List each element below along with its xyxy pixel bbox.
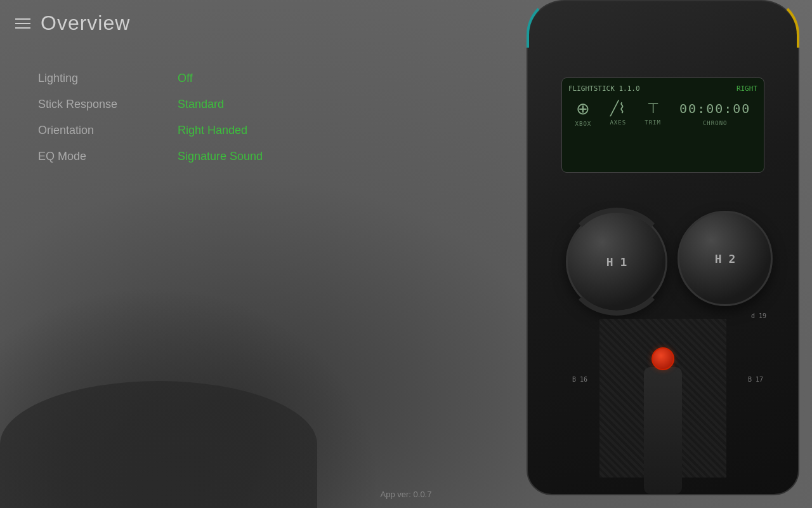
orientation-row: Orientation Right Handed [38, 124, 774, 137]
eq-mode-value: Signature Sound [178, 150, 263, 163]
info-section: Lighting Off Stick Response Standard Ori… [0, 46, 812, 189]
orientation-value: Right Handed [178, 124, 247, 137]
stick-response-value: Standard [178, 98, 224, 111]
lighting-value: Off [178, 72, 193, 85]
stick-response-row: Stick Response Standard [38, 98, 774, 111]
main-content: Overview Lighting Off Stick Response Sta… [0, 0, 812, 508]
hamburger-line-1 [15, 18, 30, 20]
menu-button[interactable] [15, 18, 30, 29]
lighting-label: Lighting [38, 72, 178, 85]
version-footer: App ver: 0.0.7 [381, 490, 432, 499]
device-top-accent [527, 0, 799, 48]
hamburger-line-3 [15, 27, 30, 29]
orientation-label: Orientation [38, 124, 178, 137]
page-title: Overview [41, 11, 130, 35]
hamburger-line-2 [15, 23, 30, 24]
stick-response-label: Stick Response [38, 98, 178, 111]
eq-mode-row: EQ Mode Signature Sound [38, 150, 774, 163]
eq-mode-label: EQ Mode [38, 150, 178, 163]
version-text: App ver: 0.0.7 [381, 490, 432, 499]
lighting-row: Lighting Off [38, 72, 774, 85]
